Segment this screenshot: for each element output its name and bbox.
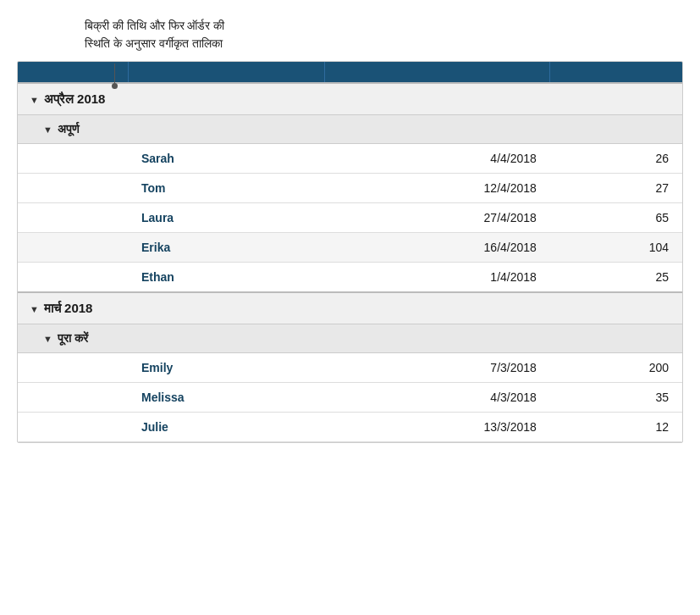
row-contact: Emily bbox=[128, 353, 325, 383]
table-row: Sarah 4/4/2018 26 bbox=[18, 144, 682, 174]
row-number: 26 bbox=[550, 144, 682, 174]
row-contact: Tom bbox=[128, 174, 325, 203]
subgroup-label: ▼पूरा करें bbox=[18, 324, 682, 353]
row-number: 12 bbox=[550, 413, 682, 442]
triangle-icon: ▼ bbox=[43, 334, 52, 344]
row-empty-cell bbox=[18, 263, 128, 293]
table-row: Erika 16/4/2018 104 bbox=[18, 233, 682, 263]
subgroup-header-row: ▼पूरा करें bbox=[18, 324, 682, 353]
row-contact: Erika bbox=[128, 233, 325, 263]
triangle-icon: ▼ bbox=[43, 125, 52, 135]
row-number: 27 bbox=[550, 174, 682, 203]
row-contact: Julie bbox=[128, 413, 325, 442]
triangle-icon: ▼ bbox=[30, 95, 39, 105]
annotation-line bbox=[114, 64, 115, 89]
group-label: ▼अप्रैल 2018 bbox=[18, 83, 682, 115]
row-empty-cell bbox=[18, 383, 128, 413]
row-date: 27/4/2018 bbox=[325, 203, 550, 233]
table-row: Julie 13/3/2018 12 bbox=[18, 413, 682, 442]
header-number-ordered bbox=[550, 62, 682, 83]
row-number: 25 bbox=[550, 263, 682, 293]
group-header-row: ▼मार्च 2018 bbox=[18, 292, 682, 324]
row-empty-cell bbox=[18, 174, 128, 203]
row-contact: Laura bbox=[128, 203, 325, 233]
row-empty-cell bbox=[18, 413, 128, 442]
table-row: Emily 7/3/2018 200 bbox=[18, 353, 682, 383]
table-row: Melissa 4/3/2018 35 bbox=[18, 383, 682, 413]
row-number: 104 bbox=[550, 233, 682, 263]
row-number: 65 bbox=[550, 203, 682, 233]
row-empty-cell bbox=[18, 203, 128, 233]
row-contact: Melissa bbox=[128, 383, 325, 413]
row-empty-cell bbox=[18, 144, 128, 174]
row-date: 4/4/2018 bbox=[325, 144, 550, 174]
row-date: 13/3/2018 bbox=[325, 413, 550, 442]
row-number: 200 bbox=[550, 353, 682, 383]
row-date: 1/4/2018 bbox=[325, 263, 550, 293]
data-table: ▼अप्रैल 2018 ▼अपूर्ण Sarah 4/4/2018 26 T… bbox=[18, 62, 682, 442]
row-empty-cell bbox=[18, 353, 128, 383]
table-row: Ethan 1/4/2018 25 bbox=[18, 263, 682, 293]
row-number: 35 bbox=[550, 383, 682, 413]
table-row: Laura 27/4/2018 65 bbox=[18, 203, 682, 233]
table-header-row bbox=[18, 62, 682, 83]
triangle-icon: ▼ bbox=[30, 304, 39, 314]
annotation-text: बिक्री की तिथि और फिर ऑर्डर की स्थिति के… bbox=[85, 17, 224, 53]
row-contact: Sarah bbox=[128, 144, 325, 174]
table-wrapper: ▼अप्रैल 2018 ▼अपूर्ण Sarah 4/4/2018 26 T… bbox=[17, 61, 683, 443]
header-sale-date bbox=[325, 62, 550, 83]
table-row: Tom 12/4/2018 27 bbox=[18, 174, 682, 203]
row-empty-cell bbox=[18, 233, 128, 263]
group-header-row: ▼अप्रैल 2018 bbox=[18, 83, 682, 115]
subgroup-label: ▼अपूर्ण bbox=[18, 115, 682, 144]
group-label: ▼मार्च 2018 bbox=[18, 292, 682, 324]
header-contact bbox=[128, 62, 325, 83]
row-date: 4/3/2018 bbox=[325, 383, 550, 413]
subgroup-header-row: ▼अपूर्ण bbox=[18, 115, 682, 144]
row-date: 16/4/2018 bbox=[325, 233, 550, 263]
row-date: 12/4/2018 bbox=[325, 174, 550, 203]
annotation-area: बिक्री की तिथि और फिर ऑर्डर की स्थिति के… bbox=[17, 17, 683, 53]
row-date: 7/3/2018 bbox=[325, 353, 550, 383]
row-contact: Ethan bbox=[128, 263, 325, 293]
header-empty bbox=[18, 62, 128, 83]
